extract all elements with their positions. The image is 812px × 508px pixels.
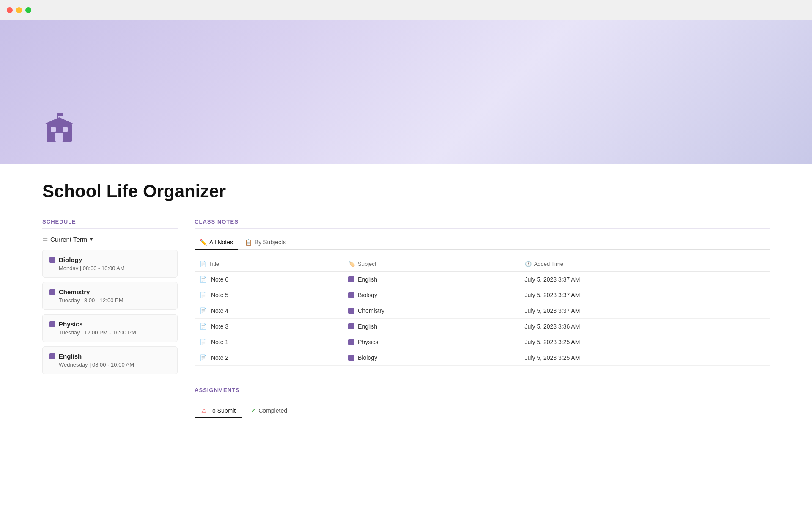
chevron-down-icon: ▾ bbox=[90, 235, 93, 243]
svg-rect-4 bbox=[51, 127, 56, 132]
schedule-section-label: SCHEDULE bbox=[42, 218, 178, 229]
notes-tabs: ✏️ All Notes 📋 By Subjects bbox=[195, 235, 770, 250]
table-row[interactable]: 📄 Note 2 Biology July 5, 2023 3:25 AM bbox=[195, 350, 770, 366]
note-time-cell: July 5, 2023 3:37 AM bbox=[520, 287, 770, 303]
table-row[interactable]: 📄 Note 1 Physics July 5, 2023 3:25 AM bbox=[195, 334, 770, 350]
current-term-label: Current Term bbox=[50, 236, 87, 243]
svg-rect-6 bbox=[55, 133, 63, 142]
subject-color-box bbox=[348, 323, 354, 329]
chemistry-title: Chemistry bbox=[49, 288, 170, 295]
schedule-card-english[interactable]: English Wednesday | 08:00 - 10:00 AM bbox=[42, 346, 178, 374]
note-subject-cell: Physics bbox=[343, 334, 520, 350]
note-time-cell: July 5, 2023 3:37 AM bbox=[520, 303, 770, 319]
note-file-icon: 📄 bbox=[200, 339, 207, 345]
english-title: English bbox=[49, 353, 170, 360]
schedule-column: SCHEDULE ☰ Current Term ▾ Biology Monday… bbox=[42, 218, 178, 378]
col-subject: 🏷️ Subject bbox=[343, 257, 520, 272]
note-subject-cell: English bbox=[343, 319, 520, 334]
note-file-icon: 📄 bbox=[200, 276, 207, 283]
subject-color-box bbox=[348, 355, 354, 361]
tag-icon: 🏷️ bbox=[348, 261, 355, 267]
note-title-cell: 📄 Note 4 bbox=[195, 303, 343, 319]
edit-icon: ✏️ bbox=[200, 239, 207, 246]
tab-all-notes[interactable]: ✏️ All Notes bbox=[195, 235, 238, 250]
assignments-section-label: ASSIGNMENTS bbox=[195, 387, 770, 397]
class-notes-section-label: CLASS NOTES bbox=[195, 218, 770, 229]
table-row[interactable]: 📄 Note 3 English July 5, 2023 3:36 AM bbox=[195, 319, 770, 334]
table-row[interactable]: 📄 Note 6 English July 5, 2023 3:37 AM bbox=[195, 272, 770, 287]
biology-time: Monday | 08:00 - 10:00 AM bbox=[59, 265, 170, 271]
clock-icon: 🕐 bbox=[525, 261, 532, 267]
warning-icon: ⚠ bbox=[201, 407, 207, 414]
right-column: CLASS NOTES ✏️ All Notes 📋 By Subjects bbox=[195, 218, 770, 418]
note-title-cell: 📄 Note 3 bbox=[195, 319, 343, 334]
note-time-cell: July 5, 2023 3:36 AM bbox=[520, 319, 770, 334]
note-file-icon: 📄 bbox=[200, 323, 207, 330]
col-title: 📄 Title bbox=[195, 257, 343, 272]
subject-color-box bbox=[348, 292, 354, 298]
list-icon: ☰ bbox=[42, 235, 48, 243]
table-row[interactable]: 📄 Note 4 Chemistry July 5, 2023 3:37 AM bbox=[195, 303, 770, 319]
note-time-cell: July 5, 2023 3:25 AM bbox=[520, 350, 770, 366]
physics-time: Tuesday | 12:00 PM - 16:00 PM bbox=[59, 329, 170, 336]
table-row[interactable]: 📄 Note 5 Biology July 5, 2023 3:37 AM bbox=[195, 287, 770, 303]
note-subject-cell: Biology bbox=[343, 350, 520, 366]
svg-rect-1 bbox=[58, 113, 63, 116]
note-file-icon: 📄 bbox=[200, 307, 207, 314]
assignments-section: ASSIGNMENTS ⚠ To Submit ✔ Completed bbox=[195, 387, 770, 418]
tab-by-subjects[interactable]: 📋 By Subjects bbox=[240, 235, 291, 250]
minimize-button[interactable] bbox=[16, 7, 22, 13]
svg-marker-3 bbox=[44, 117, 74, 124]
hero-banner bbox=[0, 20, 812, 164]
main-content: School Life Organizer SCHEDULE ☰ Current… bbox=[0, 164, 812, 435]
chemistry-time: Tuesday | 8:00 - 12:00 PM bbox=[59, 297, 170, 304]
two-column-layout: SCHEDULE ☰ Current Term ▾ Biology Monday… bbox=[42, 218, 770, 418]
english-time: Wednesday | 08:00 - 10:00 AM bbox=[59, 362, 170, 368]
subject-color-box bbox=[348, 339, 354, 345]
checkmark-icon: ✔ bbox=[251, 407, 256, 414]
note-subject-cell: English bbox=[343, 272, 520, 287]
note-file-icon: 📄 bbox=[200, 292, 207, 298]
maximize-button[interactable] bbox=[25, 7, 31, 13]
titlebar bbox=[0, 0, 812, 20]
subject-color-box bbox=[348, 308, 354, 314]
note-file-icon: 📄 bbox=[200, 354, 207, 361]
physics-color-dot bbox=[49, 321, 55, 327]
physics-title: Physics bbox=[49, 320, 170, 328]
note-subject-cell: Chemistry bbox=[343, 303, 520, 319]
school-icon bbox=[42, 111, 76, 152]
tab-to-submit[interactable]: ⚠ To Submit bbox=[195, 404, 242, 418]
english-color-dot bbox=[49, 353, 55, 359]
col-added-time: 🕐 Added Time bbox=[520, 257, 770, 272]
biology-color-dot bbox=[49, 257, 55, 263]
close-button[interactable] bbox=[7, 7, 13, 13]
class-notes-section: CLASS NOTES ✏️ All Notes 📋 By Subjects bbox=[195, 218, 770, 366]
doc-icon: 📄 bbox=[200, 261, 206, 267]
note-title-cell: 📄 Note 2 bbox=[195, 350, 343, 366]
page-title: School Life Organizer bbox=[42, 181, 770, 202]
note-title-cell: 📄 Note 6 bbox=[195, 272, 343, 287]
schedule-card-chemistry[interactable]: Chemistry Tuesday | 8:00 - 12:00 PM bbox=[42, 282, 178, 310]
chemistry-color-dot bbox=[49, 289, 55, 295]
subject-color-box bbox=[348, 276, 354, 282]
tab-completed[interactable]: ✔ Completed bbox=[244, 404, 294, 418]
note-title-cell: 📄 Note 5 bbox=[195, 287, 343, 303]
note-time-cell: July 5, 2023 3:25 AM bbox=[520, 334, 770, 350]
assignment-tabs: ⚠ To Submit ✔ Completed bbox=[195, 404, 770, 418]
biology-title: Biology bbox=[49, 256, 170, 263]
note-title-cell: 📄 Note 1 bbox=[195, 334, 343, 350]
note-time-cell: July 5, 2023 3:37 AM bbox=[520, 272, 770, 287]
note-subject-cell: Biology bbox=[343, 287, 520, 303]
svg-rect-5 bbox=[63, 127, 68, 132]
grid-icon: 📋 bbox=[245, 239, 252, 246]
schedule-card-physics[interactable]: Physics Tuesday | 12:00 PM - 16:00 PM bbox=[42, 314, 178, 342]
current-term-button[interactable]: ☰ Current Term ▾ bbox=[42, 235, 178, 243]
schedule-list: Biology Monday | 08:00 - 10:00 AM Chemis… bbox=[42, 250, 178, 374]
notes-table: 📄 Title 🏷️ Subject bbox=[195, 257, 770, 366]
schedule-card-biology[interactable]: Biology Monday | 08:00 - 10:00 AM bbox=[42, 250, 178, 278]
